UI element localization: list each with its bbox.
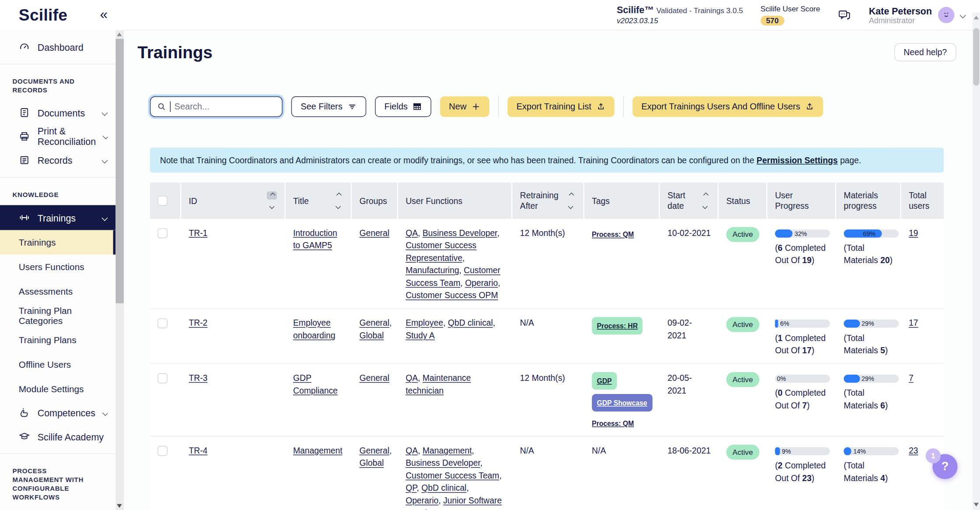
function-link[interactable]: Study A xyxy=(406,331,434,340)
tag-link[interactable]: GDP xyxy=(597,377,612,384)
group-link[interactable]: General xyxy=(359,373,389,383)
function-link[interactable]: QP xyxy=(406,483,416,492)
training-title-link[interactable]: Employee onboarding xyxy=(293,318,336,340)
sort-desc-icon[interactable] xyxy=(566,202,576,211)
function-link[interactable]: QbD clinical xyxy=(421,483,466,492)
sort-desc-icon[interactable] xyxy=(333,202,343,211)
training-id-link[interactable]: TR-1 xyxy=(189,228,207,237)
tag[interactable]: GDP xyxy=(592,372,617,390)
function-link[interactable]: Operario xyxy=(406,496,438,505)
training-title-link[interactable]: Management xyxy=(293,446,343,455)
sort-asc-icon[interactable] xyxy=(566,191,576,199)
function-link[interactable]: Manufacturing xyxy=(406,266,459,275)
new-button[interactable]: New xyxy=(440,96,490,116)
sort-asc-icon[interactable] xyxy=(700,191,710,199)
total-users-link[interactable]: 19 xyxy=(909,228,918,237)
training-title-link[interactable]: GDP Compliance xyxy=(293,373,338,395)
sidebar-scrollbar-thumb[interactable] xyxy=(116,39,124,303)
row-checkbox[interactable] xyxy=(158,318,168,328)
row-checkbox[interactable] xyxy=(158,373,168,383)
function-link[interactable]: QA xyxy=(406,228,418,237)
sidebar-item-trainings[interactable]: Trainings xyxy=(0,205,116,230)
function-link[interactable]: QbD clinical xyxy=(448,318,493,327)
group-link[interactable]: General xyxy=(359,446,389,455)
avatar[interactable] xyxy=(938,7,954,23)
group-link[interactable]: Global xyxy=(359,331,384,340)
search-input[interactable] xyxy=(175,101,268,111)
scroll-up-arrow-icon[interactable] xyxy=(974,16,979,20)
training-title-link[interactable]: Introduction to GAMP5 xyxy=(293,228,337,250)
sidebar-subitem-module-settings[interactable]: Module Settings xyxy=(0,376,116,401)
sidebar-item-print-reconciliation[interactable]: Print & Reconciliation xyxy=(0,124,116,148)
function-link[interactable]: Business Developer xyxy=(406,458,480,468)
function-link[interactable]: Customer Success OPM xyxy=(406,291,498,300)
materials-progress-caption: (Total Materials 4) xyxy=(844,460,896,485)
sidebar-item-competences[interactable]: Competences xyxy=(0,401,116,425)
function-link[interactable]: Business Developer xyxy=(423,228,497,237)
see-filters-button[interactable]: See Filters xyxy=(291,96,366,116)
sidebar-subitem-offline-users[interactable]: Offline Users xyxy=(0,352,116,376)
sidebar-subitem-training-plans[interactable]: Training Plans xyxy=(0,328,116,352)
tag-link[interactable]: Process: HR xyxy=(597,322,637,330)
sidebar-item-documents[interactable]: Documents xyxy=(0,101,116,124)
tag-link[interactable]: Process: QM xyxy=(592,231,634,238)
training-id-link[interactable]: TR-3 xyxy=(189,373,207,383)
tag[interactable]: Process: QM xyxy=(592,417,653,430)
sort-desc-icon[interactable] xyxy=(700,202,710,211)
scroll-down-arrow-icon[interactable] xyxy=(974,503,979,507)
function-link[interactable]: Customer Success Representative xyxy=(406,241,476,263)
tag[interactable]: Process: HR xyxy=(592,317,643,334)
function-link[interactable]: Management xyxy=(423,446,472,455)
row-checkbox[interactable] xyxy=(158,446,168,456)
training-id-link[interactable]: TR-4 xyxy=(189,446,207,455)
total-users-link[interactable]: 7 xyxy=(909,373,914,383)
row-checkbox[interactable] xyxy=(158,228,168,238)
search-box[interactable] xyxy=(150,96,283,116)
function-link[interactable]: QA xyxy=(406,373,418,383)
export-training-list-button[interactable]: Export Training List xyxy=(508,96,614,116)
function-link[interactable]: QA xyxy=(406,446,418,455)
sort-asc-icon[interactable] xyxy=(333,191,343,199)
window-scrollbar[interactable] xyxy=(973,13,980,510)
function-link[interactable]: Operario xyxy=(465,278,498,288)
function-link[interactable]: Customer Success Team xyxy=(406,471,499,480)
sidebar-scrollbar[interactable] xyxy=(116,30,124,510)
total-users-link[interactable]: 23 xyxy=(909,446,918,455)
tag[interactable]: GDP Showcase xyxy=(592,394,652,412)
sort-asc-icon[interactable] xyxy=(267,191,277,199)
tag-link[interactable]: Process: QM xyxy=(592,420,634,427)
function-link[interactable]: Employee xyxy=(406,318,443,327)
training-id-link[interactable]: TR-2 xyxy=(189,318,207,327)
chevron-down-icon[interactable] xyxy=(960,12,966,18)
group-link[interactable]: Global xyxy=(359,458,384,468)
chat-icon[interactable] xyxy=(837,8,851,22)
scroll-up-arrow-icon[interactable] xyxy=(117,32,122,36)
tags-na: N/A xyxy=(592,446,606,455)
sort-desc-icon[interactable] xyxy=(267,202,277,211)
sidebar-subitem-assessments[interactable]: Assessments xyxy=(0,279,116,303)
sidebar-item-quality-process-designer[interactable]: Quality Process Designer xyxy=(0,508,116,510)
select-all-checkbox[interactable] xyxy=(158,196,168,206)
sidebar-subitem-training-plan-categories[interactable]: Training Plan Categories xyxy=(0,303,116,328)
user-menu[interactable]: Kate Peterson Administrator xyxy=(869,5,965,25)
export-trainings-users-button[interactable]: Export Trainings Users And Offline Users xyxy=(633,96,823,116)
sidebar-subitem-trainings[interactable]: Trainings xyxy=(0,230,116,255)
sidebar-collapse-icon[interactable]: « xyxy=(100,6,108,22)
sidebar-item-dashboard[interactable]: Dashboard xyxy=(0,35,116,59)
group-link[interactable]: General xyxy=(359,318,389,327)
scroll-down-arrow-icon[interactable] xyxy=(117,504,122,508)
sidebar-item-scilife-academy[interactable]: Scilife Academy xyxy=(0,425,116,448)
plus-icon xyxy=(472,102,481,111)
permission-settings-link[interactable]: Permission Settings xyxy=(756,155,837,165)
tag[interactable]: Process: QM xyxy=(592,228,653,241)
total-users-link[interactable]: 17 xyxy=(909,318,918,327)
user-progress-caption: (6 Completed Out Of 19) xyxy=(775,242,829,267)
sidebar-item-records[interactable]: Records xyxy=(0,148,116,172)
window-scrollbar-thumb[interactable] xyxy=(973,28,979,85)
tag-link[interactable]: GDP Showcase xyxy=(597,399,647,406)
fields-button[interactable]: Fields xyxy=(375,96,431,116)
group-link[interactable]: General xyxy=(359,228,389,237)
gauge-icon xyxy=(19,41,30,53)
need-help-button[interactable]: Need help? xyxy=(894,43,956,61)
sidebar-subitem-users-functions[interactable]: Users Functions xyxy=(0,254,116,279)
